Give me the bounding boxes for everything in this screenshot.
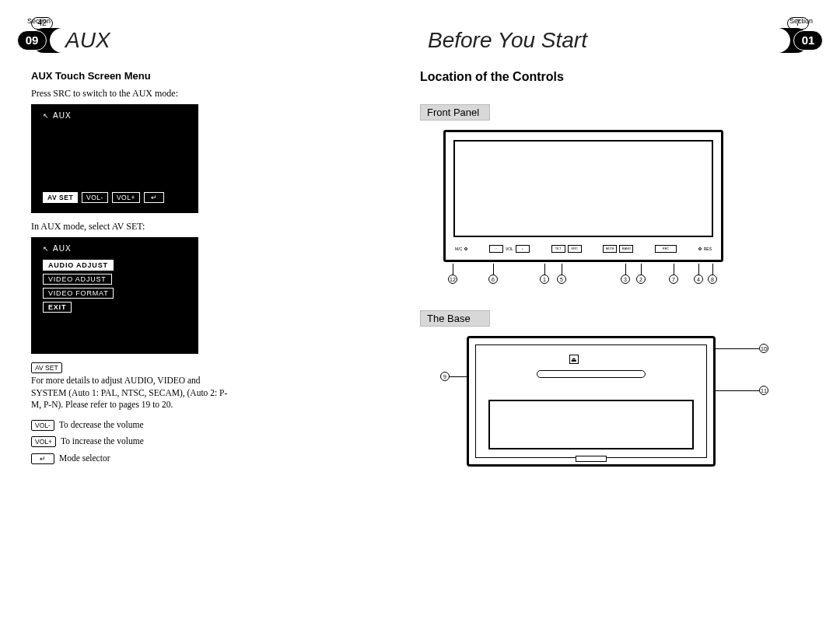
note-badge-avset: AV SET [31,362,62,373]
eject-icon [569,355,579,364]
note-badge-mode: ↵ [31,453,54,464]
front-panel-figure: M/C − VOL + TILT SRC MUTE BAND [443,130,723,290]
section-number-left: 09 [17,30,47,51]
screen2-label: AUX [43,244,72,253]
header-right: 01 Before You Start [420,28,809,53]
callout-9: 9 [440,372,450,381]
fp-vol-minus: − [489,245,503,253]
screen1-label: AUX [43,111,72,120]
page-right: Section 01 Before You Start Location of … [420,0,809,53]
screen-mock-2: AUX AUDIO ADJUST VIDEO ADJUST VIDEO FORM… [31,237,198,354]
callout-11: 11 [759,386,768,395]
note-text-mode: Mode selector [59,453,110,465]
fp-vol: VOL [506,247,513,251]
fp-rec: REC [655,245,677,253]
voldown-button: VOL- [82,192,108,203]
note-text-avset: For more details to adjust AUDIO, VIDEO … [31,375,233,411]
note-badge-volup: VOL+ [31,436,56,447]
title-left: AUX [65,28,110,53]
avset-button: AV SET [43,192,78,203]
callout-2: 2 [636,275,646,284]
fp-mute: MUTE [603,245,617,253]
note-text-voldown: To decrease the volume [59,419,144,432]
instr-2: In AUX mode, select AV SET: [31,221,233,233]
title-right: Before You Start [428,28,587,53]
section-number-right: 01 [793,30,823,51]
callout-4: 4 [694,275,703,284]
fp-band: BAND [619,245,633,253]
menu-exit: EXIT [43,302,72,313]
base-tab [576,456,607,462]
callout-7: 7 [669,275,678,284]
note-text-volup: To increase the volume [61,435,144,448]
mode-button: ↵ [144,192,165,203]
menu-audio-adjust: AUDIO ADJUST [43,260,114,271]
base-figure: 10 9 11 [443,336,754,467]
notes: AV SET For more details to adjust AUDIO,… [31,362,233,464]
callout-6: 6 [488,275,498,284]
instr-1: Press SRC to switch to the AUX mode: [31,88,233,100]
callout-1: 1 [540,275,549,284]
page-left: Section 09 AUX AUX Touch Screen Menu Pre… [31,0,420,53]
callout-8: 8 [708,275,717,284]
subheading: AUX Touch Screen Menu [31,70,233,82]
disc-slot [537,370,646,378]
base-label: The Base [420,310,490,327]
callout-10: 10 [759,344,768,353]
callout-3: 3 [621,275,630,284]
header-left: 09 AUX [31,28,420,53]
fp-tilt: TILT [551,245,565,253]
screen-mock-1: AUX AV SET VOL- VOL+ ↵ [31,104,198,213]
menu-video-adjust: VIDEO ADJUST [43,274,112,285]
menu-video-format: VIDEO FORMAT [43,288,114,299]
front-panel-label: Front Panel [420,104,490,121]
page-number-left: 42 [31,17,53,30]
callout-12: 12 [448,275,457,284]
cassette-bay [488,400,694,449]
fp-src: SRC [568,245,582,253]
fp-mic: M/C [455,247,462,251]
volup-button: VOL+ [112,192,140,203]
note-badge-voldown: VOL- [31,420,54,431]
fp-vol-plus: + [516,245,530,253]
heading-right: Location of the Controls [420,70,809,84]
callout-5: 5 [557,275,566,284]
fp-res: RES [704,247,712,251]
page-number-right: 7 [787,17,809,30]
